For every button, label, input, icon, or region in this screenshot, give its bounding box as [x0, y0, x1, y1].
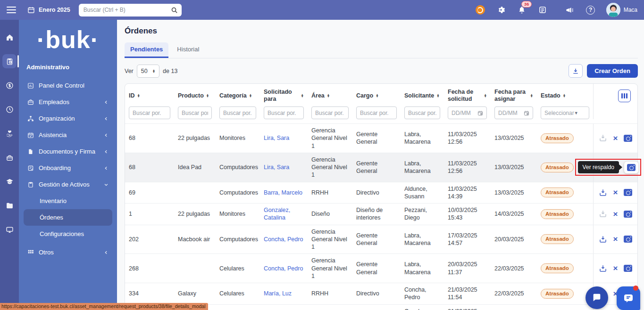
filter-categoria-input[interactable]	[219, 106, 256, 119]
search-input[interactable]	[79, 4, 182, 16]
cancel-order-button[interactable]: ×	[613, 188, 618, 196]
tab-historial[interactable]: Historial	[171, 42, 205, 58]
column-header-id[interactable]: ID▲▼	[125, 88, 174, 101]
cancel-order-button[interactable]: ×	[613, 264, 618, 272]
sidebar-subitem-inventario[interactable]: Inventario	[24, 193, 112, 209]
time-icon[interactable]	[2, 102, 17, 116]
home-icon[interactable]	[2, 30, 17, 44]
sidebar-item-asistencia[interactable]: Asistencia	[24, 127, 112, 143]
assign-order-button[interactable]	[599, 264, 607, 273]
camera-icon	[624, 236, 632, 243]
column-header-fecha-solicitud[interactable]: Fecha de solicitud▲▼	[444, 84, 491, 105]
sidebar-item-empleados[interactable]: Empleados	[24, 94, 112, 110]
filter-id-input[interactable]	[129, 106, 170, 119]
chat-lines-icon	[623, 293, 634, 304]
filter-producto-input[interactable]	[178, 106, 212, 119]
assign-order-button[interactable]	[599, 188, 607, 197]
files-folder-icon[interactable]	[2, 198, 17, 212]
column-header-producto[interactable]: Producto▲▼	[174, 88, 216, 101]
announcements-megaphone-icon[interactable]	[565, 5, 575, 15]
support-chat-button[interactable]	[617, 286, 640, 310]
sidebar-item-otros[interactable]: Otros	[24, 244, 112, 261]
column-header-fecha-asignar[interactable]: Fecha para asignar▲▼	[491, 84, 537, 105]
filter-fecha-asignar-date[interactable]: DD/MM	[494, 106, 533, 119]
table-header-row: ID▲▼ Producto▲▼ Categoría▲▼ Solicitado p…	[125, 84, 637, 105]
filter-area-input[interactable]	[311, 106, 349, 119]
news-document-icon[interactable]	[537, 5, 548, 15]
sidebar-subitem-ordenes[interactable]: Órdenes	[24, 209, 112, 226]
cell-area: RRHH	[308, 287, 352, 300]
cancel-order-button[interactable]: ×	[613, 210, 618, 218]
global-search[interactable]	[79, 4, 182, 16]
cell-fecha-solicitud: 11/03/202514:39	[444, 182, 491, 204]
cell-solicitado-para-link[interactable]: Gonzalez, Catalina	[264, 207, 290, 221]
filter-solicitado-input[interactable]	[264, 106, 304, 119]
column-header-solicitado-para[interactable]: Solicitado para▲▼	[260, 84, 308, 105]
user-menu[interactable]: Maca	[606, 3, 637, 17]
cancel-order-button[interactable]: ×	[613, 134, 618, 142]
payroll-icon[interactable]	[2, 78, 17, 92]
cell-cargo: Gerente General	[352, 157, 401, 178]
assign-order-button[interactable]	[599, 235, 607, 244]
period-selector[interactable]: Enero 2025	[27, 6, 70, 14]
sidebar-item-panel-de-control[interactable]: Panel de Control	[24, 77, 112, 94]
notifications-bell-icon[interactable]: 36	[517, 5, 527, 15]
sidebar-item-gestion-de-activos[interactable]: Gestión de Activos	[24, 176, 112, 193]
cell-solicitado-para-link[interactable]: Concha, Pedro	[264, 236, 303, 243]
page-size-select[interactable]: 50 ▲▼	[137, 65, 159, 78]
page-title: Órdenes	[125, 26, 638, 36]
orders-table: ID▲▼ Producto▲▼ Categoría▲▼ Solicitado p…	[125, 83, 638, 310]
assign-order-button[interactable]	[599, 210, 607, 218]
sidebar-item-organizacion[interactable]: Organización	[24, 110, 112, 127]
tab-pendientes[interactable]: Pendientes	[125, 42, 168, 58]
assign-order-button[interactable]	[599, 134, 607, 142]
cell-solicitado-para-link[interactable]: Lira, Sara	[264, 135, 289, 141]
column-header-estado[interactable]: Estado▲▼	[537, 88, 593, 101]
column-header-area[interactable]: Área▲▼	[308, 88, 352, 101]
cell-id: 334	[125, 287, 174, 300]
training-icon[interactable]	[2, 174, 17, 188]
create-order-button[interactable]: Crear Orden	[587, 64, 638, 78]
cell-solicitado-para-link[interactable]: Barra, Marcelo	[264, 189, 302, 196]
download-button[interactable]	[569, 64, 583, 78]
rewards-icon[interactable]	[475, 5, 485, 15]
column-header-actions	[593, 84, 637, 105]
view-backup-button[interactable]	[624, 162, 638, 173]
workstation-icon[interactable]	[2, 222, 17, 237]
culture-icon[interactable]	[2, 150, 17, 164]
settings-gear-icon[interactable]	[496, 5, 506, 15]
sidebar-item-onboarding[interactable]: Onboarding	[24, 160, 112, 176]
help-icon[interactable]: ?	[585, 5, 596, 15]
org-chart-icon	[27, 115, 34, 122]
view-backup-button[interactable]	[624, 189, 632, 196]
table-row: 1 22 pulgadas Monitores Gonzalez, Catali…	[125, 203, 637, 225]
column-header-categoria[interactable]: Categoría▲▼	[216, 88, 260, 101]
table-body: 68 22 pulgadas Monitores Lira, Sara Gere…	[125, 123, 637, 310]
filter-solicitante-input[interactable]	[404, 106, 440, 119]
view-backup-button[interactable]	[624, 236, 632, 243]
cell-solicitado-para-link[interactable]: Concha, Pedro	[264, 265, 303, 272]
chat-widget-button[interactable]	[585, 286, 608, 309]
column-header-solicitante[interactable]: Solicitante▲▼	[401, 88, 444, 101]
cell-estado: Atrasado	[537, 286, 593, 302]
view-backup-button[interactable]	[624, 265, 632, 272]
table-row: 69 Computadores Barra, Marcelo RRHH Dire…	[125, 182, 637, 204]
filter-fecha-solicitud-date[interactable]: DD/MM	[448, 106, 487, 119]
benefits-icon[interactable]	[2, 126, 17, 140]
view-backup-button[interactable]	[624, 135, 632, 142]
column-header-cargo[interactable]: Cargo▲▼	[352, 88, 401, 101]
cell-solicitado-para-link[interactable]: Lira, Sara	[264, 164, 289, 171]
filter-cargo-input[interactable]	[356, 106, 397, 119]
menu-icon[interactable]	[7, 7, 16, 13]
download-icon	[572, 68, 579, 74]
cancel-order-button[interactable]: ×	[613, 235, 618, 243]
view-backup-button[interactable]	[624, 211, 632, 218]
column-settings-button[interactable]	[618, 90, 631, 102]
asset-management-icon[interactable]	[2, 54, 17, 68]
notification-dot	[633, 286, 638, 291]
sidebar-item-documentos-y-firma[interactable]: Documentos y Firma	[24, 143, 112, 160]
cell-solicitado-para-link[interactable]: María, Luz	[264, 290, 292, 297]
filter-estado-select[interactable]: Seleccionar▼	[541, 106, 589, 119]
cell-categoria: Celulares	[216, 262, 260, 275]
sidebar-subitem-configuraciones[interactable]: Configuraciones	[24, 226, 112, 242]
